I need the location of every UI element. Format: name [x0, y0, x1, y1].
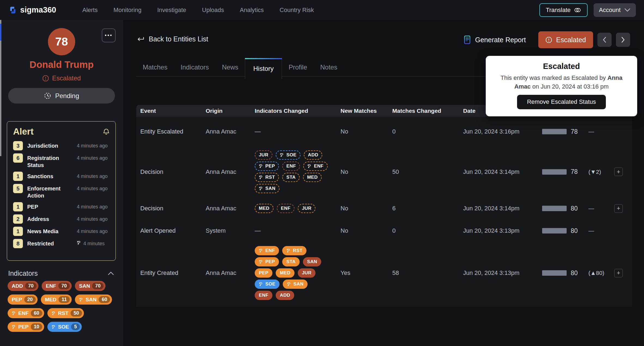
cell-new-matches: No — [341, 128, 392, 135]
account-button[interactable]: Account — [594, 3, 636, 17]
chip-label: ENF — [259, 293, 268, 298]
cell-matches-changed: 6 — [392, 205, 463, 212]
tab-news[interactable]: News — [215, 58, 245, 77]
indicator-pill-row: PEP10SOE5 — [8, 322, 118, 332]
alert-item-registration-status[interactable]: 6Registration Status4 minutes ago — [13, 153, 110, 169]
alert-octagon-icon — [545, 37, 552, 43]
cell-date: Jun 20, 2024 3:14pm — [463, 205, 542, 212]
remove-escalated-status-button[interactable]: Remove Escalated Status — [517, 95, 606, 109]
indicator-pill-pep[interactable]: PEP20 — [8, 295, 38, 305]
alert-count-badge: 2 — [13, 214, 23, 224]
indicator-chip-rst: RST — [282, 246, 306, 255]
chip-label: RST — [293, 248, 302, 253]
cell-indicators-changed: JURSOEADDPEPENFENFRSTSTAMEDSAN — [255, 148, 341, 195]
alert-item-address[interactable]: 2Address4 minutes ago — [13, 214, 110, 224]
expand-row-button[interactable]: + — [614, 168, 623, 176]
alert-item-pep[interactable]: 1PEP4 minutes ago — [13, 202, 110, 211]
indicator-pill-med[interactable]: MED11 — [41, 295, 72, 305]
nav-item-country-risk[interactable]: Country Risk — [280, 7, 314, 14]
alert-time-text: 4 minutes ago — [77, 216, 108, 222]
nav-item-monitoring[interactable]: Monitoring — [113, 7, 141, 14]
expand-row-button[interactable]: + — [614, 204, 623, 213]
nav-item-investigate[interactable]: Investigate — [157, 7, 186, 14]
linked-indicator-icon — [51, 311, 56, 315]
alert-count-badge: 1 — [13, 202, 23, 211]
chip-label: PEP — [265, 259, 275, 265]
tab-profile[interactable]: Profile — [282, 58, 314, 77]
cell-origin: Anna Amac — [206, 205, 255, 212]
tab-indicators[interactable]: Indicators — [174, 58, 215, 77]
indicator-pill-add[interactable]: ADD70 — [8, 281, 38, 291]
alert-item-jurisdiction[interactable]: 3Jurisdiction4 minutes ago — [13, 141, 110, 150]
brand-logo[interactable]: sigma360 — [8, 5, 56, 15]
entity-sidebar: ••• 78 Donald Trump Escalated Pending Al… — [0, 20, 123, 346]
alert-item-label: Enforcement Action — [23, 184, 77, 199]
sidebar-scrollbar[interactable] — [0, 20, 1, 156]
account-label: Account — [599, 7, 621, 14]
sidebar-scrollbar-thumb[interactable] — [0, 24, 1, 41]
indicator-chip-rst: RST — [255, 173, 279, 182]
chip-label: SAN — [293, 281, 303, 287]
cell-new-matches: No — [341, 205, 392, 212]
alert-item-sanctions[interactable]: 1Sanctions4 minutes ago — [13, 172, 110, 181]
previous-entity-button[interactable] — [597, 33, 612, 47]
chip-label: ENF — [286, 163, 296, 169]
nav-item-analytics[interactable]: Analytics — [240, 7, 264, 14]
main-content: Back to Entities List Generate Report — [123, 20, 644, 346]
tab-notes[interactable]: Notes — [314, 58, 344, 77]
indicator-pill-pep[interactable]: PEP10 — [8, 322, 44, 332]
nav-item-uploads[interactable]: Uploads — [202, 7, 224, 14]
linked-indicator-icon — [259, 164, 263, 168]
indicator-pill-enf[interactable]: ENF60 — [8, 308, 44, 318]
chip-label: ADD — [280, 293, 290, 298]
chip-label: STA — [286, 175, 296, 180]
cell-score-change: — — [588, 128, 614, 135]
translate-button[interactable]: Translate — [539, 3, 588, 17]
entity-menu-button[interactable]: ••• — [102, 29, 116, 42]
cell-date: Jun 20, 2024 3:16pm — [463, 128, 542, 135]
tab-history[interactable]: History — [245, 58, 282, 79]
alert-item-time: 4 minutes ago — [77, 172, 110, 180]
indicator-pill-san[interactable]: SAN60 — [75, 295, 112, 305]
column-header-matches-changed: Matches Changed — [392, 108, 463, 114]
linked-indicator-icon — [12, 311, 16, 315]
indicator-pill-san[interactable]: SAN70 — [75, 281, 105, 291]
clock-icon — [44, 92, 51, 99]
cell-matches-changed: 0 — [392, 227, 463, 234]
indicator-pill-enf[interactable]: ENF70 — [42, 281, 72, 291]
pill-count: 50 — [71, 310, 82, 317]
alert-time-text: 4 minutes — [83, 241, 105, 247]
indicator-chip-pep: PEP — [255, 257, 279, 266]
alert-item-time: 4 minutes — [77, 239, 110, 247]
expand-row-button[interactable]: + — [614, 269, 623, 277]
next-entity-button[interactable] — [616, 33, 630, 47]
nav-item-alerts[interactable]: Alerts — [82, 7, 98, 14]
indicator-chip-add: ADD — [276, 291, 294, 300]
indicator-chip-jur: JUR — [255, 150, 272, 160]
alert-item-time: 4 minutes ago — [77, 153, 110, 161]
alert-item-time: 4 minutes ago — [77, 184, 110, 192]
history-table-body: Entity EscalatedAnna Amac—No0Jun 20, 202… — [136, 117, 632, 307]
indicator-pill-soe[interactable]: SOE5 — [47, 322, 82, 332]
tab-matches[interactable]: Matches — [136, 58, 174, 77]
chip-label: JUR — [302, 206, 311, 211]
back-to-entities-link[interactable]: Back to Entities List — [136, 35, 208, 43]
indicator-pill-rst[interactable]: RST50 — [47, 308, 84, 318]
alert-item-news-media[interactable]: 1News Media4 minutes ago — [13, 227, 110, 236]
cell-score: 78 — [542, 128, 588, 135]
indicator-chip-pep: PEP — [255, 162, 279, 171]
generate-report-button[interactable]: Generate Report — [464, 35, 526, 44]
pill-label: ENF — [18, 310, 29, 316]
chip-label: ENF — [265, 248, 275, 253]
review-status-button[interactable]: Pending — [8, 88, 115, 104]
alert-item-restricted[interactable]: 8Restricted4 minutes — [13, 239, 110, 248]
escalated-status-button[interactable]: Escalated — [538, 31, 593, 48]
indicator-pill-row: PEP20MED11SAN60 — [8, 295, 118, 305]
entity-name: Donald Trump — [0, 59, 123, 70]
chevron-up-icon[interactable] — [108, 272, 114, 275]
alert-item-label: Registration Status — [23, 153, 77, 169]
linked-indicator-icon — [259, 260, 263, 264]
alert-item-enforcement-action[interactable]: 5Enforcement Action4 minutes ago — [13, 184, 110, 199]
popup-title: Escalated — [493, 62, 630, 71]
cell-event: Entity Created — [140, 269, 206, 277]
